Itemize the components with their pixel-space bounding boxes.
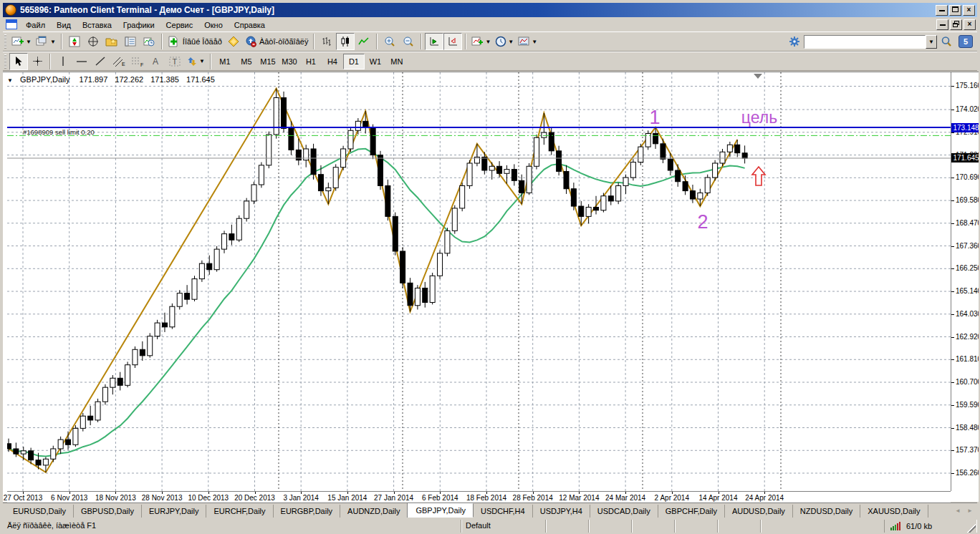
new-order-label: Íîâûé Îðäåð — [183, 37, 222, 46]
chart-tab-USDCHF,H4[interactable]: USDCHF,H4 — [474, 505, 533, 518]
date-axis[interactable]: 27 Oct 20136 Nov 201318 Nov 201328 Nov 2… — [7, 491, 951, 503]
candle-body — [720, 152, 725, 163]
trendline-tool-button[interactable] — [91, 53, 110, 70]
resize-grip[interactable] — [966, 523, 976, 533]
auto-scroll-button[interactable] — [425, 33, 443, 50]
search-input[interactable] — [804, 35, 926, 49]
line-chart-button[interactable] — [355, 33, 373, 50]
current-price-tag: 171.645 — [951, 153, 980, 162]
bar-chart-button[interactable] — [317, 33, 336, 50]
close-button[interactable]: × — [963, 5, 975, 16]
chart-tab-EURCHF,Daily[interactable]: EURCHF,Daily — [206, 505, 273, 518]
data-window-button[interactable] — [84, 33, 102, 50]
status-connection-panel[interactable]: 61/0 kb — [884, 520, 977, 533]
timeframe-M5[interactable]: M5 — [236, 54, 257, 69]
timeframe-MN[interactable]: MN — [386, 54, 408, 69]
menu-Сервис[interactable]: Сервис — [160, 19, 199, 31]
candle-body — [549, 132, 554, 151]
menu-Файл[interactable]: Файл — [20, 19, 51, 31]
candlestick-chart[interactable]: #1698909 sell limit 0.2012цель — [7, 72, 951, 491]
new-chart-button[interactable]: ▼ — [9, 33, 34, 50]
timeframe-M15[interactable]: M15 — [257, 54, 279, 69]
new-order-button[interactable]: Íîâûé Îðäåð — [165, 33, 224, 50]
chart-tab-USDCAD,Daily[interactable]: USDCAD,Daily — [590, 505, 658, 518]
menu-Справка[interactable]: Справка — [229, 19, 271, 31]
autotrading-button[interactable]: Àâòî-òîðãîâëÿ — [243, 33, 311, 50]
maximize-button[interactable] — [949, 5, 961, 16]
templates-button[interactable]: ▼ — [516, 33, 539, 50]
candlestick-chart-button[interactable] — [336, 33, 355, 50]
minimize-button[interactable] — [936, 5, 948, 16]
chart-tab-XAUUSD,Daily[interactable]: XAUUSD,Daily — [860, 505, 928, 518]
chart-tab-EURJPY,Daily[interactable]: EURJPY,Daily — [142, 505, 207, 518]
strategy-tester-button[interactable] — [140, 33, 158, 50]
chart-shift-marker[interactable] — [754, 74, 762, 79]
fibonacci-tool-button[interactable]: F — [128, 53, 147, 70]
price-label: 162.920 — [956, 333, 980, 341]
timeframe-W1[interactable]: W1 — [365, 54, 386, 69]
status-help-text: Äëÿ ñïðàâêè, íàæìèòå F1 — [3, 520, 461, 533]
chart-window[interactable]: ▼ GBPJPY,Daily 171.897 172.262 171.385 1… — [3, 72, 980, 502]
crosshair-tool-button[interactable] — [28, 53, 47, 70]
chart-tab-AUDNZD,Daily[interactable]: AUDNZD,Daily — [340, 505, 408, 518]
zoom-in-button[interactable] — [380, 33, 399, 50]
settings-button[interactable] — [785, 33, 804, 50]
timeframe-H4[interactable]: H4 — [322, 54, 343, 69]
chart-tab-GBPJPY,Daily[interactable]: GBPJPY,Daily — [408, 503, 474, 518]
horizontal-line-tool-button[interactable] — [72, 53, 91, 70]
chart-tab-EURUSD,Daily[interactable]: EURUSD,Daily — [6, 505, 74, 518]
price-label: 166.250 — [956, 264, 980, 272]
toolbar-grip[interactable] — [4, 34, 6, 49]
date-label: 14 Apr 2014 — [699, 494, 738, 502]
timeframe-M30[interactable]: M30 — [279, 54, 300, 69]
mdi-close-button[interactable]: × — [964, 19, 976, 30]
equidistant-channel-tool-button[interactable]: E — [110, 53, 128, 70]
menu-Графики[interactable]: Графики — [117, 19, 160, 31]
date-label: 27 Oct 2013 — [4, 494, 42, 502]
mdi-minimize-button[interactable] — [936, 19, 948, 30]
text-icon: A — [151, 56, 161, 67]
tabs-scroll-left-button[interactable]: ◄ — [952, 505, 964, 516]
price-axis[interactable]: 175.160174.020172.910171.800170.690169.5… — [951, 72, 980, 491]
menu-Вставка[interactable]: Вставка — [77, 19, 117, 31]
chart-tab-GBPCHF,Daily[interactable]: GBPCHF,Daily — [658, 505, 725, 518]
chart-plot-area[interactable]: #1698909 sell limit 0.2012цель — [7, 72, 951, 491]
candle-body — [400, 251, 405, 283]
candle-body — [51, 449, 56, 459]
notifications-badge[interactable]: 5 — [959, 35, 973, 48]
date-label: 10 Dec 2013 — [188, 494, 229, 502]
chart-tab-EURGBP,Daily[interactable]: EURGBP,Daily — [274, 505, 341, 518]
timeframe-D1[interactable]: D1 — [343, 54, 365, 69]
timeframe-M1[interactable]: M1 — [214, 54, 236, 69]
indicators-button[interactable]: ▼ — [469, 33, 493, 50]
status-profile[interactable]: Default — [461, 520, 546, 533]
candle-body — [504, 170, 509, 174]
chart-tab-NZDUSD,Daily[interactable]: NZDUSD,Daily — [793, 505, 860, 518]
search-dropdown-arrow[interactable]: ▼ — [926, 35, 937, 49]
market-watch-button[interactable] — [65, 33, 84, 50]
toolbar-grip[interactable] — [4, 54, 6, 69]
profiles-button[interactable]: ▼ — [34, 33, 58, 50]
arrows-tool-button[interactable]: ▼ — [184, 53, 207, 70]
metaeditor-button[interactable] — [224, 33, 243, 50]
menu-Вид[interactable]: Вид — [51, 19, 77, 31]
search-button[interactable] — [937, 33, 956, 50]
text-label-tool-button[interactable]: T — [165, 53, 184, 70]
navigator-button[interactable] — [102, 33, 121, 50]
candle-body — [102, 387, 107, 402]
chart-tab-AUDUSD,Daily[interactable]: AUDUSD,Daily — [725, 505, 793, 518]
tabs-scroll-right-button[interactable]: ► — [964, 505, 976, 516]
standard-toolbar: ▼ ▼ Íîâûé Îðäåð Àâòî-òîðãîâëÿ — [3, 31, 977, 52]
cursor-tool-button[interactable] — [9, 53, 28, 70]
menu-Окно[interactable]: Окно — [198, 19, 229, 31]
terminal-button[interactable] — [121, 33, 140, 50]
chart-tab-USDJPY,H4[interactable]: USDJPY,H4 — [533, 505, 590, 518]
timeframe-H1[interactable]: H1 — [300, 54, 322, 69]
chart-shift-button[interactable] — [443, 33, 462, 50]
mdi-restore-button[interactable] — [950, 19, 962, 30]
chart-tab-GBPUSD,Daily[interactable]: GBPUSD,Daily — [74, 505, 142, 518]
vertical-line-tool-button[interactable] — [54, 53, 72, 70]
text-tool-button[interactable]: A — [147, 53, 165, 70]
zoom-out-button[interactable] — [399, 33, 418, 50]
periods-button[interactable]: ▼ — [493, 33, 516, 50]
